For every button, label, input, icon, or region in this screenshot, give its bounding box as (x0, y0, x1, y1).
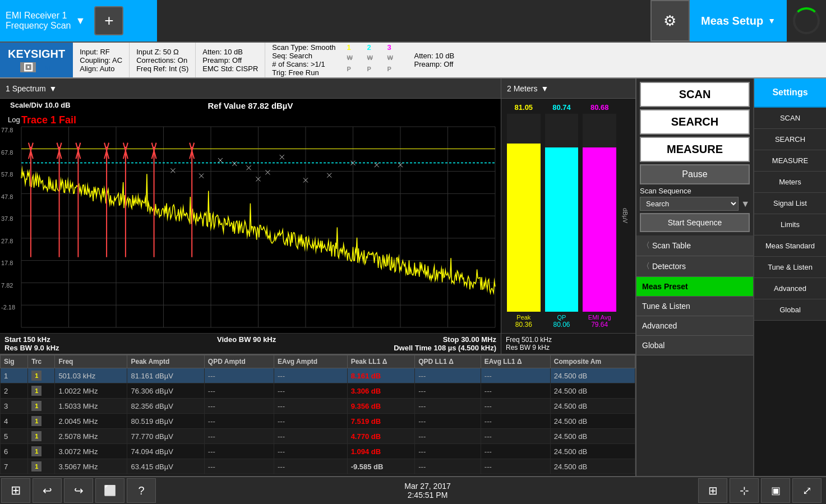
menu-item-global[interactable]: Global (636, 336, 753, 355)
table-row[interactable]: 4 1 2.0045 MHz 80.519 dBµV --- --- 7.519… (1, 414, 635, 429)
seq-dropdown-icon: ▼ (741, 199, 750, 209)
y-axis-labels: 77.8 67.8 57.8 47.8 37.8 27.8 17.8 7.82 … (1, 127, 15, 311)
inputz-status: Input Z: 50 Ω (136, 48, 188, 56)
scan-button[interactable]: SCAN (640, 82, 750, 107)
top-bar: EMI Receiver 1 Frequency Scan ▼ + ⚙ Meas… (0, 0, 826, 43)
main-content: 1 Spectrum ▼ Scale/Div 10.0 dB Ref Value… (0, 78, 826, 476)
table-row[interactable]: 6 1 3.0072 MHz 74.094 dBµV --- --- 1.094… (1, 444, 635, 459)
meters-bars: 81.05 Peak 80.36 80.74 QP (501, 99, 635, 333)
bottom-bar: ⊞ ↩ ↪ ⬜ ? Mar 27, 2017 2:45:51 PM ⊞ ⊹ ▣ … (0, 476, 826, 504)
settings-global[interactable]: Global (754, 299, 826, 321)
emi-bottom-val: 79.64 (591, 321, 608, 329)
table-row[interactable]: 5 1 2.5078 MHz 77.770 dBµV --- --- 4.770… (1, 429, 635, 444)
app-title-area: EMI Receiver 1 Frequency Scan ▼ + (0, 0, 157, 41)
chevron-left-icon-2: 〈 (642, 261, 650, 271)
menu-tune-listen-label: Tune & Listen (642, 302, 690, 311)
meters-panel: 2 Meters ▼ 81.05 Peak 80.36 (501, 78, 635, 354)
y-label-7: 17.8 (1, 260, 15, 266)
right-panel: SCAN SEARCH MEASURE Pause Scan Sequence … (635, 78, 753, 476)
col-peak: Peak Amptd (127, 355, 204, 368)
col-peak-ll1: Peak LL1 Δ (347, 355, 415, 368)
menu-item-advanced[interactable]: Advanced (636, 316, 753, 336)
menu-item-tune-listen[interactable]: Tune & Listen (636, 297, 753, 316)
meas-setup-button[interactable]: Meas Setup ▼ (690, 0, 787, 41)
table-row[interactable]: 3 1 1.5033 MHz 82.356 dBµV --- --- 9.356… (1, 399, 635, 414)
search-button[interactable]: SEARCH (640, 109, 750, 135)
left-panel: 1 Spectrum ▼ Scale/Div 10.0 dB Ref Value… (0, 78, 635, 476)
spectrum-chart: Scale/Div 10.0 dB Ref Value 87.82 dBµV L… (0, 99, 501, 333)
screenshot-button[interactable]: ⬜ (95, 478, 124, 503)
menu-item-detectors[interactable]: 〈 Detectors (636, 256, 753, 277)
bottom-right-icons: ⊞ ⊹ ▣ ⤢ (698, 478, 822, 503)
measure-button[interactable]: MEASURE (640, 137, 750, 162)
add-button[interactable]: + (94, 6, 123, 35)
app-title2: Frequency Scan (6, 21, 71, 31)
pause-button[interactable]: Pause (640, 164, 750, 184)
gear-button[interactable]: ⚙ (650, 0, 690, 41)
settings-advanced[interactable]: Advanced (754, 278, 826, 299)
spectrum-header: 1 Spectrum ▼ (0, 78, 501, 99)
cursor-button[interactable]: ⊹ (730, 478, 759, 503)
menu-item-meas-preset[interactable]: Meas Preset (636, 277, 753, 297)
signal-table: Sig Trc Freq Peak Amptd QPD Amptd EAvg A… (0, 355, 635, 474)
input-status: Input: RF (80, 48, 122, 56)
settings-signal-list[interactable]: Signal List (754, 193, 826, 214)
dropdown-arrow-icon[interactable]: ▼ (76, 15, 86, 27)
settings-scan[interactable]: SCAN (754, 108, 826, 129)
y-label-2: 67.8 (1, 149, 15, 156)
help-button[interactable]: ? (127, 478, 156, 503)
trace3-num: 3 (387, 43, 408, 54)
windows-button[interactable]: ⊞ (1, 478, 30, 503)
table-row[interactable]: 2 1 1.0022 MHz 76.306 dBµV --- --- 3.306… (1, 383, 635, 399)
settings-search[interactable]: SEARCH (754, 129, 826, 150)
spectrum-dropdown-arrow[interactable]: ▼ (49, 84, 57, 93)
meas-setup-label: Meas Setup (701, 15, 763, 27)
far-right-settings: Settings SCAN SEARCH MEASURE Meters Sign… (753, 78, 826, 476)
menu-item-scan-table[interactable]: 〈 Scan Table (636, 235, 753, 256)
chevron-left-icon: 〈 (642, 241, 650, 251)
layout-button[interactable]: ▣ (761, 478, 790, 503)
undo-button[interactable]: ↩ (33, 478, 62, 503)
scale-div-label: Scale/Div 10.0 dB (10, 101, 71, 109)
keysight-name: KEYSIGHT (8, 48, 65, 61)
settings-measure[interactable]: MEASURE (754, 150, 826, 172)
table-row[interactable]: 7 1 3.5067 MHz 63.415 dBµV --- --- -9.58… (1, 459, 635, 474)
col-sig: Sig (1, 355, 28, 368)
status-col-2: Input Z: 50 Ω Corrections: On Freq Ref: … (130, 43, 196, 77)
meas-setup-arrow-icon: ▼ (768, 16, 776, 25)
emi-bar (583, 147, 616, 312)
lxi-badge: LXI (38, 63, 53, 73)
settings-meas-standard[interactable]: Meas Standard (754, 235, 826, 257)
trace-grid: 1 2 3 W W W P P P (347, 43, 408, 77)
fullscreen-button[interactable]: ⤢ (792, 478, 822, 503)
menu-detectors-label: Detectors (652, 262, 686, 271)
status-col-1: Input: RF Coupling: AC Align: Auto (73, 43, 130, 77)
data-table-container: Sig Trc Freq Peak Amptd QPD Amptd EAvg A… (0, 354, 635, 476)
meters-dropdown-arrow[interactable]: ▼ (541, 84, 548, 93)
settings-meters[interactable]: Meters (754, 172, 826, 193)
qp-bar-wrap (545, 114, 579, 312)
right-menu: 〈 Scan Table 〈 Detectors Meas Preset Tun… (636, 235, 753, 476)
app-title1: EMI Receiver 1 (6, 11, 71, 21)
emi-bar-wrap (583, 114, 616, 312)
meters-resbw: Res BW 9 kHz (506, 344, 631, 352)
table-row[interactable]: 1 1 501.03 kHz 81.161 dBµV --- --- 8.161… (1, 368, 635, 383)
trace2-w: W (367, 54, 387, 66)
settings-tab[interactable]: Settings (754, 78, 826, 108)
y-label-4: 47.8 (1, 193, 15, 200)
menu-global-label: Global (642, 341, 665, 350)
atten2-status: Atten: 10 dB (414, 52, 455, 60)
redo-button[interactable]: ↪ (64, 478, 93, 503)
spectrum-outer: 1 Spectrum ▼ Scale/Div 10.0 dB Ref Value… (0, 78, 501, 354)
settings-limits[interactable]: Limits (754, 214, 826, 235)
start-sequence-button[interactable]: Start Sequence (640, 213, 750, 232)
grid-button[interactable]: ⊞ (698, 478, 727, 503)
emcstd-status: EMC Std: CISPR (202, 64, 258, 73)
menu-scan-table-label: Scan Table (652, 241, 691, 250)
settings-tune-listen[interactable]: Tune & Listen (754, 257, 826, 278)
meters-header: 2 Meters ▼ (501, 78, 635, 99)
preamp2-status: Preamp: Off (414, 60, 455, 68)
meters-info: Freq 501.0 kHz Res BW 9 kHz (501, 333, 635, 354)
chart-bottom-labels: Start 150 kHz Video BW 90 kHz Stop 30.00… (0, 333, 501, 354)
seq-select[interactable]: Search (640, 197, 739, 211)
